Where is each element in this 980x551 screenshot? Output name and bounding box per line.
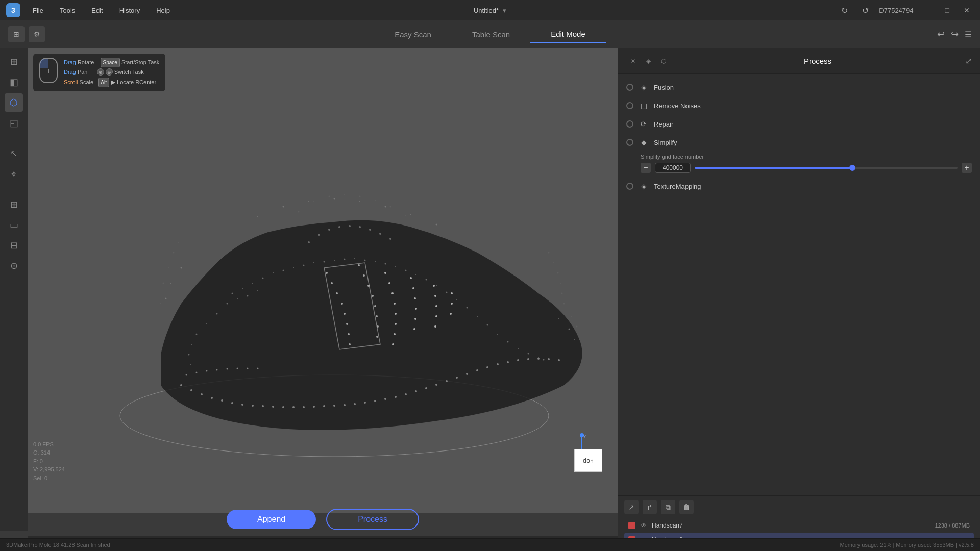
scan-visibility-1[interactable]: 👁 [640, 521, 648, 530]
remove-noises-radio[interactable] [626, 102, 633, 109]
svg-point-20 [188, 354, 190, 356]
simplify-value-input[interactable]: 400000 [655, 163, 691, 173]
process-item-fusion[interactable]: ◈ Fusion [618, 78, 980, 96]
simplify-section: Simplify grid face number − 400000 + [618, 152, 980, 177]
statusbar: 3DMakerPro Mole 18:41:28 Scan finished M… [0, 538, 980, 551]
svg-point-85 [394, 303, 396, 305]
append-button[interactable]: Append [227, 510, 316, 529]
svg-point-125 [395, 396, 397, 398]
tab-easy-scan[interactable]: Easy Scan [374, 26, 452, 43]
settings-btn[interactable]: ⚙ [29, 26, 45, 42]
svg-point-66 [326, 272, 328, 274]
svg-point-164 [375, 200, 376, 201]
svg-point-48 [359, 226, 361, 228]
tab-table-scan[interactable]: Table Scan [452, 26, 530, 43]
scan-item-handscan7[interactable]: 👁 Handscan7 1238 / 887MB [624, 518, 974, 533]
texture-radio[interactable] [626, 183, 633, 190]
panel-tab-cube[interactable]: ⬡ [657, 56, 670, 67]
close-button[interactable]: ✕ [960, 5, 974, 15]
svg-point-75 [363, 274, 365, 277]
share-button[interactable]: ↱ [643, 500, 657, 514]
left-sidebar: ⊞ ◧ ⬡ ◱ ↖ ⌖ ⊞ ▭ ⊟ ⊙ [0, 48, 28, 531]
svg-point-51 [389, 238, 391, 240]
svg-point-153 [163, 283, 164, 284]
menu-tools[interactable]: Tools [56, 5, 79, 16]
svg-point-145 [216, 369, 218, 371]
maximize-button[interactable]: □ [941, 5, 953, 15]
dropdown-arrow[interactable]: ▾ [503, 7, 506, 14]
panel-tab-light[interactable]: ☀ [626, 56, 640, 67]
process-item-repair[interactable]: ⟳ Repair [618, 115, 980, 133]
svg-point-88 [394, 333, 396, 335]
simplify-slider-track[interactable] [695, 167, 958, 169]
sidebar-item-filter[interactable]: ⊞ [5, 195, 23, 214]
svg-point-49 [369, 229, 371, 231]
sidebar-item-plane[interactable]: ▭ [5, 216, 23, 234]
sidebar-item-cube[interactable]: ◧ [5, 73, 23, 91]
simplify-plus-button[interactable]: + [962, 163, 972, 173]
svg-point-10 [313, 262, 314, 263]
simplify-icon: ◆ [639, 137, 649, 147]
process-list: ◈ Fusion ◫ Remove Noises ⟳ Repair ◆ [618, 74, 980, 289]
gizmo: Y X Z do↑ [561, 431, 602, 472]
svg-point-28 [405, 270, 407, 271]
sidebar-item-object[interactable]: ⬡ [5, 93, 23, 112]
svg-point-132 [466, 373, 468, 375]
menu-dots-icon[interactable]: ☰ [965, 30, 972, 39]
svg-point-7 [283, 270, 284, 271]
fusion-label: Fusion [654, 84, 674, 91]
panel-expand-icon[interactable]: ⤢ [965, 56, 972, 66]
hint-table: Drag Rotate Space Start/Stop Task Drag P… [64, 58, 159, 87]
svg-point-158 [579, 339, 580, 340]
repair-radio[interactable] [626, 120, 633, 128]
svg-point-42 [543, 359, 545, 361]
svg-point-114 [282, 406, 284, 408]
titlebar-center: Untitled* ▾ [474, 7, 506, 14]
simplify-radio[interactable] [626, 139, 633, 146]
svg-point-1 [232, 293, 233, 294]
svg-point-76 [368, 285, 370, 287]
svg-point-155 [564, 303, 565, 305]
sidebar-item-layers[interactable]: ◱ [5, 114, 23, 132]
menu-file[interactable]: File [29, 5, 47, 16]
svg-point-83 [388, 282, 390, 284]
svg-point-77 [372, 295, 374, 297]
fusion-radio[interactable] [626, 84, 633, 91]
grid-view-btn[interactable]: ⊞ [8, 26, 24, 42]
sidebar-item-camera[interactable]: ⊙ [5, 257, 23, 275]
svg-point-104 [180, 384, 182, 386]
svg-point-2 [242, 288, 243, 289]
svg-point-18 [196, 334, 198, 335]
sidebar-item-select[interactable]: ↖ [5, 144, 23, 163]
process-item-remove-noises[interactable]: ◫ Remove Noises [618, 96, 980, 115]
svg-point-73 [349, 343, 351, 345]
refresh-icon[interactable]: ↺ [858, 5, 873, 16]
menu-help[interactable]: Help [152, 5, 174, 16]
svg-point-131 [456, 377, 458, 379]
panel-tab-settings[interactable]: ◈ [642, 56, 655, 67]
sidebar-item-brush[interactable]: ⌖ [5, 165, 23, 183]
tab-edit-mode[interactable]: Edit Mode [530, 26, 606, 43]
svg-point-79 [376, 315, 378, 317]
redo-icon[interactable]: ↪ [951, 29, 959, 40]
svg-point-71 [346, 323, 348, 325]
svg-point-4 [252, 283, 253, 284]
svg-point-59 [283, 206, 284, 208]
svg-point-23 [354, 258, 355, 259]
process-item-texture[interactable]: ◈ TextureMapping [618, 177, 980, 195]
sync-icon[interactable]: ↻ [837, 5, 852, 16]
sidebar-item-stack[interactable]: ⊟ [5, 236, 23, 255]
svg-point-126 [405, 393, 407, 395]
copy-button[interactable]: ⧉ [661, 500, 675, 514]
export-button[interactable]: ↗ [624, 500, 639, 514]
delete-button[interactable]: 🗑 [679, 500, 694, 514]
process-item-simplify[interactable]: ◆ Simplify [618, 133, 980, 152]
minimize-button[interactable]: — [920, 5, 935, 15]
sidebar-item-grid[interactable]: ⊞ [5, 53, 23, 71]
simplify-minus-button[interactable]: − [641, 163, 651, 173]
menu-history[interactable]: History [115, 5, 144, 16]
undo-icon[interactable]: ↩ [937, 29, 945, 40]
process-button[interactable]: Process [326, 509, 419, 530]
menu-edit[interactable]: Edit [87, 5, 107, 16]
svg-point-102 [451, 303, 453, 305]
